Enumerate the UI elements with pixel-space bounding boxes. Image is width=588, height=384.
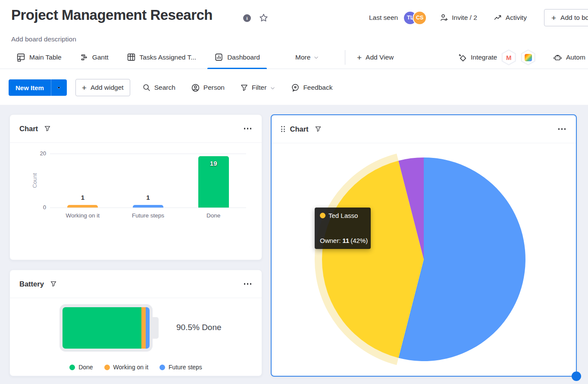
dashboard-icon xyxy=(214,53,223,62)
pie-svg[interactable] xyxy=(272,144,576,377)
divider xyxy=(345,50,345,65)
gantt-icon xyxy=(80,53,88,62)
dashboard-canvas: Chart Count 20 0 1119 Working on itFutur… xyxy=(0,105,588,384)
board-description[interactable]: Add board description xyxy=(11,35,76,43)
info-icon[interactable]: i xyxy=(243,14,251,22)
activity-label: Activity xyxy=(506,14,527,22)
activity-icon xyxy=(494,13,502,22)
tab-dashboard[interactable]: Dashboard xyxy=(207,46,267,69)
filter-funnel-icon[interactable] xyxy=(50,280,57,287)
widget-title[interactable]: Battery xyxy=(19,280,44,288)
person-label: Person xyxy=(203,84,225,91)
bar-value-label: 1 xyxy=(131,194,166,201)
x-axis-labels: Working on itFuture stepsDone xyxy=(50,212,246,221)
battery-legend: Done Working on it Future steps xyxy=(10,364,262,371)
add-to-board-label: Add to bo xyxy=(560,14,588,22)
pie-chart-widget[interactable]: Chart Ted Lasso Owner:11(42%) xyxy=(271,114,577,377)
avatar[interactable]: CS xyxy=(413,11,427,25)
page-title[interactable]: Project Management Research xyxy=(11,7,213,23)
person-filter-button[interactable]: Person xyxy=(188,83,228,92)
battery-terminal xyxy=(153,317,159,339)
x-category-label: Future steps xyxy=(120,212,176,219)
widget-title[interactable]: Chart xyxy=(19,125,38,133)
view-tabs-bar: Main Table Gantt Tasks Assigned T... Das… xyxy=(0,46,588,69)
widget-header: Chart xyxy=(272,115,576,143)
last-seen-avatars[interactable]: TL CS xyxy=(403,11,427,25)
widget-title[interactable]: Chart xyxy=(290,125,309,133)
tab-label: Dashboard xyxy=(227,54,260,61)
tab-tasks-assigned[interactable]: Tasks Assigned T... xyxy=(120,46,203,69)
bar-value-label: 19 xyxy=(196,160,231,167)
widget-menu-button[interactable] xyxy=(243,280,253,287)
y-axis-label: Count xyxy=(27,154,42,208)
tab-more[interactable]: More xyxy=(288,46,326,69)
filter-funnel-icon[interactable] xyxy=(315,126,322,132)
legend-item[interactable]: Working on it xyxy=(104,364,148,371)
battery-chart: 90.5% Done Done Working on it Future ste… xyxy=(10,298,262,377)
bar-plot-area: 1119 xyxy=(50,154,246,208)
legend-label: Future steps xyxy=(169,364,202,371)
tab-main-table[interactable]: Main Table xyxy=(9,46,69,69)
battery-widget[interactable]: Battery 90.5% Done Done Working on it xyxy=(9,270,262,376)
pie-chart: Ted Lasso Owner:11(42%) xyxy=(272,144,576,377)
activity-button[interactable]: Activity xyxy=(494,13,527,22)
search-label: Search xyxy=(154,84,175,91)
tab-label: Tasks Assigned T... xyxy=(140,54,197,61)
automate-label: Autom xyxy=(566,54,585,61)
plus-icon: + xyxy=(82,84,87,92)
app-integration-icon[interactable] xyxy=(520,50,536,66)
add-view-label: Add View xyxy=(366,54,394,61)
legend-dot xyxy=(69,365,75,370)
bar-value-label: 1 xyxy=(66,194,100,201)
favorite-star-icon[interactable] xyxy=(259,13,269,23)
invite-button[interactable]: Invite / 2 xyxy=(440,13,477,22)
add-widget-button[interactable]: + Add widget xyxy=(75,79,130,96)
gmail-integration-icon[interactable]: M xyxy=(501,50,516,66)
main-table-icon xyxy=(16,53,25,62)
search-button[interactable]: Search xyxy=(139,83,179,92)
tooltip-series-dot xyxy=(320,213,325,218)
widget-header: Battery xyxy=(10,270,262,298)
drag-handle-icon[interactable] xyxy=(281,126,285,132)
filter-button[interactable]: Filter xyxy=(237,84,279,92)
legend-item[interactable]: Done xyxy=(69,364,93,371)
plus-icon: + xyxy=(357,54,362,62)
automate-button[interactable]: Autom xyxy=(553,46,588,69)
widget-menu-button[interactable] xyxy=(557,126,567,132)
dashboard-toolbar: New Item + Add widget Search Person Filt… xyxy=(9,79,336,96)
legend-label: Working on it xyxy=(113,364,148,371)
y-tick: 0 xyxy=(32,204,46,211)
bar-chart-widget[interactable]: Chart Count 20 0 1119 Working on itFutur… xyxy=(9,114,262,260)
bar-segment[interactable] xyxy=(67,205,98,208)
add-view-button[interactable]: + Add View xyxy=(357,46,394,69)
widget-menu-button[interactable] xyxy=(243,125,253,132)
integrate-button[interactable]: Integrate M xyxy=(458,46,536,69)
tab-gantt[interactable]: Gantt xyxy=(73,46,116,69)
filter-funnel-icon[interactable] xyxy=(44,125,51,132)
new-item-label: New Item xyxy=(9,79,51,96)
new-item-button[interactable]: New Item xyxy=(9,79,67,96)
add-to-board-button[interactable]: + Add to bo xyxy=(544,9,588,26)
invite-label: Invite / 2 xyxy=(452,14,477,22)
axis-baseline xyxy=(50,208,246,208)
battery-gauge xyxy=(59,304,153,352)
tab-label: Main Table xyxy=(29,54,62,61)
plus-icon: + xyxy=(551,14,556,22)
last-seen-label: Last seen xyxy=(369,14,398,22)
legend-dot xyxy=(104,365,110,370)
bar-segment[interactable] xyxy=(133,205,163,208)
legend-item[interactable]: Future steps xyxy=(160,364,202,371)
pie-tooltip: Ted Lasso Owner:11(42%) xyxy=(315,208,371,249)
chevron-down-icon xyxy=(313,55,319,60)
tooltip-value: Owner:11(42%) xyxy=(320,237,368,244)
robot-icon xyxy=(553,53,562,62)
more-label: More xyxy=(295,54,310,61)
battery-segment xyxy=(141,307,146,349)
widget-resize-handle[interactable] xyxy=(572,371,581,381)
new-item-dropdown[interactable] xyxy=(51,79,67,96)
y-tick: 20 xyxy=(32,150,46,157)
feedback-label: Feedback xyxy=(303,84,332,91)
tooltip-series-name: Ted Lasso xyxy=(328,212,358,219)
filter-label: Filter xyxy=(252,84,266,91)
feedback-button[interactable]: Feedback xyxy=(288,83,336,92)
